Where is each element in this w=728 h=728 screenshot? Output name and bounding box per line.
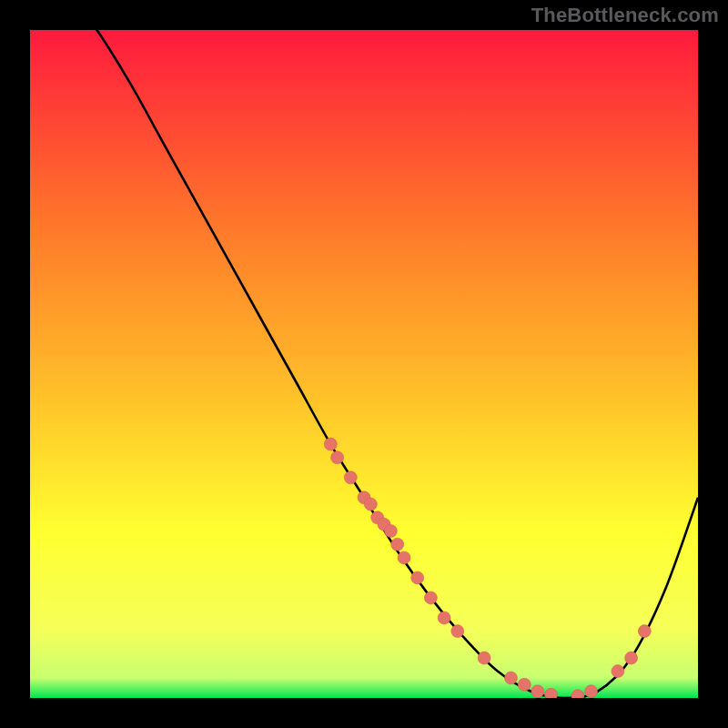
data-marker bbox=[478, 652, 490, 664]
chart-svg bbox=[30, 30, 698, 698]
plot-area bbox=[30, 30, 698, 698]
watermark-text: TheBottleneck.com bbox=[531, 4, 719, 27]
data-marker bbox=[438, 612, 450, 624]
data-marker bbox=[424, 592, 437, 604]
data-marker bbox=[411, 571, 424, 584]
data-marker bbox=[612, 665, 624, 678]
data-marker bbox=[391, 538, 404, 551]
data-marker bbox=[638, 625, 651, 638]
chart-container: TheBottleneck.com bbox=[0, 0, 728, 728]
gradient-background bbox=[30, 30, 698, 698]
data-marker bbox=[384, 525, 397, 538]
data-marker bbox=[625, 652, 638, 664]
data-marker bbox=[344, 471, 357, 484]
data-marker bbox=[364, 498, 377, 511]
data-marker bbox=[324, 438, 337, 450]
data-marker bbox=[505, 672, 518, 684]
data-marker bbox=[331, 451, 344, 464]
data-marker bbox=[585, 685, 598, 698]
data-marker bbox=[398, 551, 410, 564]
data-marker bbox=[451, 625, 464, 638]
data-marker bbox=[518, 678, 531, 691]
data-marker bbox=[531, 685, 544, 698]
